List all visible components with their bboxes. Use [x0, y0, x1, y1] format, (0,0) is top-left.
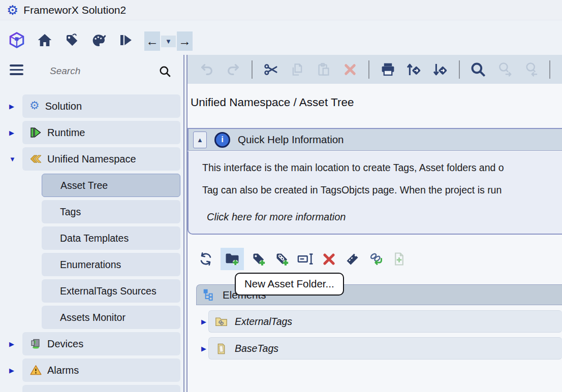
- toolbar-separator: [549, 60, 550, 79]
- titlebar: ⚙ FrameworX Solution2: [0, 0, 562, 20]
- more-information-link[interactable]: Click here for more information: [207, 211, 346, 223]
- sidebar-item-label: Assets Monitor: [60, 312, 126, 323]
- forward-button[interactable]: →: [177, 31, 193, 51]
- server-icon: [29, 338, 42, 350]
- redo-icon: [225, 61, 241, 78]
- cut-button[interactable]: [263, 61, 279, 78]
- search-input[interactable]: [29, 61, 157, 81]
- paint-palette-button[interactable]: [90, 32, 107, 50]
- tag-button[interactable]: [64, 32, 79, 50]
- edit-tags-button[interactable]: [344, 249, 361, 269]
- sidebar-item-label: Solution: [45, 101, 82, 112]
- toolbar-separator: [252, 60, 253, 79]
- new-external-tag-button[interactable]: [274, 249, 291, 269]
- tree-row-basetags[interactable]: BaseTags: [208, 337, 562, 360]
- sidebar-search-row: [0, 57, 182, 86]
- sidebar-item-label: Runtime: [47, 127, 85, 139]
- sidebar-item-devices[interactable]: ▶ Devices: [22, 332, 180, 355]
- find-next-icon: [496, 61, 513, 78]
- collapse-button[interactable]: ▲: [193, 132, 207, 148]
- expander-icon[interactable]: ▶: [201, 345, 206, 352]
- toolbar-separator: [459, 60, 460, 79]
- history-caret-button[interactable]: ▼: [161, 36, 176, 47]
- runtime-play-icon: [29, 126, 42, 139]
- sidebar-item-partial[interactable]: ▶: [22, 385, 180, 392]
- sidebar-item-asset-tree[interactable]: Asset Tree: [42, 174, 180, 197]
- delete-asset-button[interactable]: [321, 249, 337, 269]
- sidebar-item-label: ExternalTags Sources: [60, 285, 157, 297]
- run-button[interactable]: [118, 32, 133, 50]
- sidebar-item-label: Asset Tree: [60, 180, 108, 191]
- sidebar-item-solution[interactable]: ▶ ⚙ Solution: [22, 94, 180, 118]
- sidebar-item-enumerations[interactable]: Enumerations: [42, 253, 180, 276]
- tooltip: New Asset Folder...: [235, 273, 344, 296]
- toolbar-separator: [368, 60, 369, 79]
- app-toolbar: ← ▼ →: [0, 27, 193, 55]
- sidebar-item-assets-monitor[interactable]: Assets Monitor: [42, 306, 180, 329]
- expander-icon[interactable]: ▶: [9, 367, 18, 374]
- sidebar-item-unified-namespace[interactable]: ▼ Unified Namespace: [22, 147, 180, 171]
- quick-help-title: Quick Help Information: [238, 134, 344, 146]
- new-tag-button[interactable]: [251, 249, 267, 269]
- main-toolbar: +: [188, 55, 562, 84]
- quick-help-line2: Tag can also be created in TagsObjcts pa…: [202, 184, 562, 196]
- export-button[interactable]: [432, 61, 449, 78]
- sidebar-item-tags[interactable]: Tags: [42, 200, 180, 223]
- rename-button[interactable]: [297, 249, 314, 269]
- info-icon: i: [214, 132, 230, 148]
- paste-icon: [316, 61, 332, 78]
- nav-history-group: ← ▼ →: [144, 31, 193, 51]
- link-reference-button[interactable]: [367, 249, 384, 269]
- expander-icon[interactable]: ▶: [201, 318, 206, 325]
- quick-help-body: This interface is the main location to c…: [188, 151, 562, 235]
- sidebar-item-runtime[interactable]: ▶ Runtime: [22, 121, 180, 144]
- warning-icon: [29, 364, 42, 376]
- expander-icon[interactable]: ▶: [9, 103, 18, 110]
- folder-link-icon: [214, 315, 228, 329]
- sidebar-item-label: Unified Namespace: [47, 153, 136, 165]
- copy-icon: [289, 61, 305, 78]
- new-asset-folder-button[interactable]: [221, 248, 244, 270]
- search-button[interactable]: [470, 61, 486, 78]
- breadcrumb: Unified Namespace / Asset Tree: [191, 96, 354, 109]
- app-window: ⚙ FrameworX Solution2: [0, 0, 562, 392]
- quick-help-header: ▲ i Quick Help Information: [188, 128, 562, 151]
- delete-icon: [342, 61, 358, 78]
- solution-gear-icon: ⚙: [29, 100, 40, 112]
- tree-row-label: ExternalTags: [235, 316, 292, 328]
- sidebar-splitter[interactable]: [183, 55, 188, 392]
- tree-row-label: BaseTags: [235, 343, 278, 354]
- sidebar-item-label: Alarms: [47, 365, 79, 376]
- expander-icon[interactable]: ▶: [9, 129, 18, 137]
- find-previous-icon: [523, 61, 539, 78]
- asset-actions-toolbar: [197, 248, 408, 270]
- home-button[interactable]: [37, 32, 53, 50]
- expander-icon[interactable]: ▶: [9, 340, 18, 348]
- import-button[interactable]: [406, 61, 422, 78]
- sidebar-item-label: Data Templates: [60, 233, 129, 244]
- quick-help-line1: This interface is the main location to c…: [202, 162, 562, 174]
- undo-icon: [199, 61, 215, 78]
- sidebar-item-label: Devices: [47, 338, 83, 350]
- sidebar-item-label: Tags: [60, 206, 81, 218]
- menu-hamburger-button[interactable]: [10, 64, 23, 78]
- add-document-button: [391, 249, 408, 269]
- expander-icon[interactable]: ▼: [9, 155, 18, 163]
- tags-gold-icon: [29, 153, 42, 165]
- hierarchy-icon: [203, 288, 216, 302]
- search-icon[interactable]: [159, 65, 172, 80]
- sidebar-item-label: Enumerations: [60, 259, 121, 271]
- refresh-button[interactable]: [197, 249, 214, 269]
- tree-row-externaltags[interactable]: ExternalTags: [208, 310, 562, 333]
- app-title: FrameworX Solution2: [23, 4, 126, 16]
- sidebar-item-externaltags-sources[interactable]: ExternalTags Sources: [42, 279, 180, 303]
- sidebar-item-alarms[interactable]: ▶ Alarms: [22, 358, 180, 382]
- folder-icon: [214, 342, 228, 355]
- logo-cube-icon[interactable]: [8, 31, 25, 51]
- sidebar-item-data-templates[interactable]: Data Templates: [42, 226, 180, 250]
- back-button[interactable]: ←: [144, 31, 160, 51]
- app-gear-icon: ⚙: [7, 4, 18, 17]
- print-button[interactable]: [380, 61, 396, 78]
- sidebar: ▶ ⚙ Solution ▶ Runtime ▼ U: [0, 57, 182, 392]
